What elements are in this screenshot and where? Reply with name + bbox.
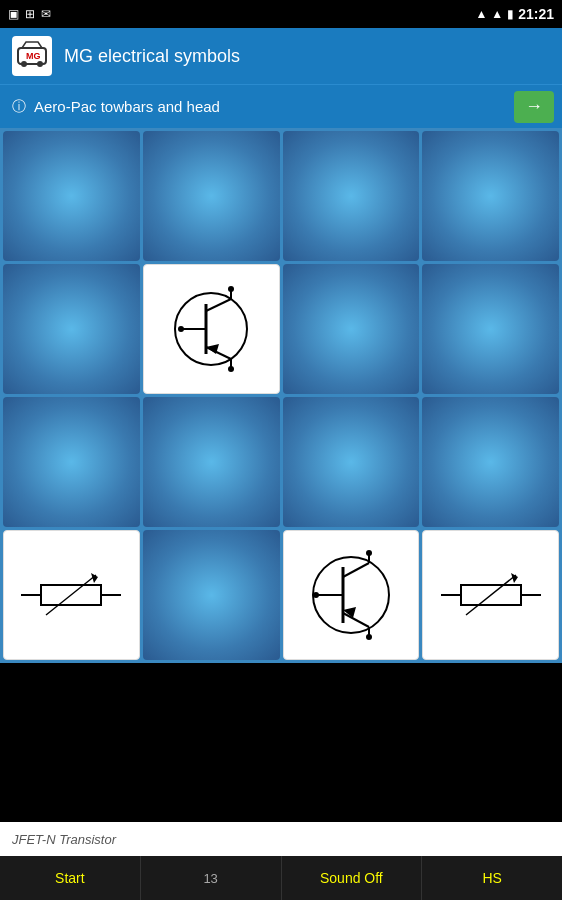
time-display: 21:21 bbox=[518, 6, 554, 22]
start-button[interactable]: Start bbox=[0, 856, 141, 900]
battery-icon: ▮ bbox=[507, 7, 514, 21]
sound-off-label: Sound Off bbox=[320, 870, 383, 886]
nav-title: Aero-Pac towbars and head bbox=[34, 98, 506, 115]
resistor-diag-symbol-1 bbox=[16, 565, 126, 625]
symbol-label: JFET-N Transistor bbox=[12, 832, 116, 847]
svg-point-15 bbox=[228, 366, 234, 372]
grid-cell-0-2[interactable] bbox=[283, 131, 420, 261]
grid-cell-2-2[interactable] bbox=[283, 397, 420, 527]
start-label: Start bbox=[55, 870, 85, 886]
arrow-right-icon: → bbox=[525, 96, 543, 117]
info-icon[interactable]: ⓘ bbox=[12, 98, 26, 116]
svg-point-3 bbox=[37, 61, 43, 67]
page-number: 13 bbox=[141, 856, 282, 900]
grid-container bbox=[0, 128, 562, 663]
hs-button[interactable]: HS bbox=[422, 856, 562, 900]
signal-icon: ▲ bbox=[491, 7, 503, 21]
svg-point-30 bbox=[366, 550, 372, 556]
jfet-n-small-symbol bbox=[301, 545, 401, 645]
grid-cell-0-3[interactable] bbox=[422, 131, 559, 261]
grid-cell-3-0[interactable] bbox=[3, 530, 140, 660]
grid-cell-3-3[interactable] bbox=[422, 530, 559, 660]
app-title: MG electrical symbols bbox=[64, 46, 240, 67]
page-number-label: 13 bbox=[203, 871, 217, 886]
grid-cell-1-1-highlighted[interactable] bbox=[143, 264, 280, 394]
hs-label: HS bbox=[482, 870, 501, 886]
svg-line-35 bbox=[466, 575, 516, 615]
grid-cell-3-2[interactable] bbox=[283, 530, 420, 660]
grid-cell-2-3[interactable] bbox=[422, 397, 559, 527]
email-icon: ✉ bbox=[41, 7, 51, 21]
sound-off-button[interactable]: Sound Off bbox=[282, 856, 423, 900]
app-bar: MG MG electrical symbols bbox=[0, 28, 562, 84]
nav-bar: ⓘ Aero-Pac towbars and head → bbox=[0, 84, 562, 128]
grid-cell-1-2[interactable] bbox=[283, 264, 420, 394]
jfet-n-transistor-symbol bbox=[161, 279, 261, 379]
grid-cell-3-1[interactable] bbox=[143, 530, 280, 660]
image-icon: ⊞ bbox=[25, 7, 35, 21]
grid-cell-2-0[interactable] bbox=[3, 397, 140, 527]
status-bar: ▣ ⊞ ✉ ▲ ▲ ▮ 21:21 bbox=[0, 0, 562, 28]
sim-icon: ▣ bbox=[8, 7, 19, 21]
bottom-toolbar: Start 13 Sound Off HS bbox=[0, 856, 562, 900]
bottom-label-area: JFET-N Transistor bbox=[0, 822, 562, 856]
svg-line-24 bbox=[343, 613, 369, 627]
svg-line-7 bbox=[206, 299, 231, 311]
grid-cell-0-0[interactable] bbox=[3, 131, 140, 261]
svg-point-14 bbox=[228, 286, 234, 292]
svg-point-29 bbox=[313, 592, 319, 598]
svg-point-31 bbox=[366, 634, 372, 640]
status-icons-right: ▲ ▲ ▮ 21:21 bbox=[475, 6, 554, 22]
grid-cell-1-3[interactable] bbox=[422, 264, 559, 394]
svg-point-2 bbox=[21, 61, 27, 67]
nav-arrow-button[interactable]: → bbox=[514, 91, 554, 123]
svg-text:MG: MG bbox=[26, 51, 41, 61]
status-icons-left: ▣ ⊞ ✉ bbox=[8, 7, 51, 21]
wifi-icon: ▲ bbox=[475, 7, 487, 21]
resistor-diag-symbol-2 bbox=[436, 565, 546, 625]
svg-point-13 bbox=[178, 326, 184, 332]
svg-line-19 bbox=[46, 575, 96, 615]
grid-cell-2-1[interactable] bbox=[143, 397, 280, 527]
grid-cell-1-0[interactable] bbox=[3, 264, 140, 394]
symbol-grid bbox=[0, 128, 562, 663]
app-logo: MG bbox=[12, 36, 52, 76]
svg-line-23 bbox=[343, 563, 369, 577]
grid-cell-0-1[interactable] bbox=[143, 131, 280, 261]
